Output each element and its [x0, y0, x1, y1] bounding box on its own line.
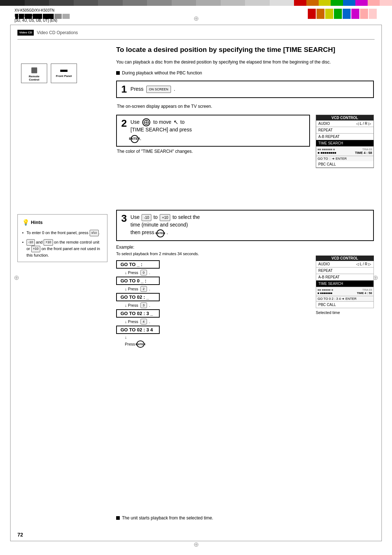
hints-text-1: To enter 0 on the front panel, press 0/1…: [26, 230, 100, 235]
step1-note: The on-screen display appears on the TV …: [117, 104, 374, 109]
bottom-crosshair: ⊕: [193, 540, 199, 548]
example-label: Example:: [116, 245, 310, 250]
color-block: [0, 0, 25, 6]
enter-label-1: ➜ ENTER: [332, 157, 347, 160]
goto-arrow-1: ↓ Press 0 .: [125, 270, 310, 276]
step3-box: 3 Use -10 to +10 to select thetime (minu…: [116, 210, 374, 241]
ab-repeat-row-2: A-B REPEAT: [316, 274, 373, 281]
step3-number: 3: [121, 213, 127, 224]
jog-dial-svg: [144, 120, 149, 125]
goto-arrow-4: ↓ Press 4 .: [125, 319, 310, 325]
audio-lr-1: ◁ L / R ▷: [356, 122, 371, 126]
color-block: [221, 0, 245, 6]
vcd-header-1: VCD CONTROL: [316, 115, 373, 121]
vcd-header-2: VCD CONTROL: [316, 256, 374, 261]
pbc-call-label-1: PBC CALL: [318, 162, 336, 166]
audio-row-2: AUDIO ◁ L / R ▷: [316, 261, 373, 268]
step1-content: Press ON SCREEN .: [131, 86, 175, 93]
press-key-4: 4: [140, 319, 147, 325]
section-label: Video CD Operations: [37, 30, 78, 35]
vcd-badge-area: Video CD Video CD Operations: [17, 30, 78, 36]
color-block-lightpink: [380, 0, 392, 6]
step2-text-area: 2 Use to move ↖ to[TIME SEARCH] a: [116, 115, 310, 168]
condition-text: During playback without the PBC function: [122, 70, 202, 76]
goto-label-5: GO TO 02 : 3 4: [116, 326, 160, 334]
step2-number: 2: [121, 118, 127, 128]
hints-title: Hints: [31, 219, 43, 226]
remote-icons-area: ▦ Remote Control ▬ Front Panel: [21, 64, 77, 83]
jog-dial-icon: [142, 118, 150, 126]
press-key-2: 2: [140, 286, 147, 292]
color-block: [196, 0, 221, 6]
goto-label-2: GO TO 0 _ :: [116, 277, 160, 285]
step2-text-use: Use: [131, 119, 140, 125]
section-rule: [17, 39, 375, 40]
final-note-bullet: [116, 516, 120, 520]
page-number: 72: [17, 532, 23, 538]
hints-text-2: -10 and +10 on the remote control unit o…: [26, 240, 100, 257]
goto-arrow-3: ↓ Press 3 .: [125, 302, 310, 308]
final-note-text: The unit starts playback from the select…: [122, 515, 213, 521]
region-code: [3U, 4U, US, UB, UT] (EN): [15, 18, 57, 23]
hints-box: 💡 Hints • To enter 0 on the front panel,…: [17, 214, 107, 262]
top-crosshair: ⊕: [193, 15, 199, 23]
time-search-label-1: TIME SEARCH: [318, 141, 343, 145]
repeat-label-1: REPEAT: [318, 128, 332, 132]
audio-row-1: AUDIO ◁ L / R ▷: [316, 121, 373, 127]
press-key-1: 0: [140, 270, 147, 276]
selected-time-label: Selected time: [316, 310, 374, 315]
goto-arrow-5: ↓: [125, 335, 310, 339]
press-key-3: 3: [140, 302, 147, 308]
step3-content: Use -10 to +10 to select thetime (minute…: [131, 213, 200, 237]
repeat-row-2: REPEAT: [316, 268, 373, 274]
goto-label-1: GO TO _ :: [116, 260, 160, 269]
left-crosshair: ⊕: [14, 274, 19, 282]
step3-left: Example: To select playback from 2 minut…: [116, 245, 310, 348]
enter-button-icon: ENTER: [131, 135, 139, 143]
step2-to: to move: [153, 119, 173, 125]
color-block-pink: [368, 0, 380, 6]
repeat-row-1: REPEAT: [316, 127, 373, 134]
cursor-icon: ↖: [173, 118, 178, 126]
description-text: You can playback a disc from the desired…: [116, 59, 374, 65]
color-block: [245, 0, 270, 6]
remote-control-icon-box: ▦ Remote Control: [21, 64, 47, 83]
example-desc: To select playback from 2 minutes 34 sec…: [116, 251, 310, 257]
audio-label-1: AUDIO: [318, 122, 330, 126]
front-panel-icon-box: ▬ Front Panel: [51, 64, 77, 83]
color-block: [123, 0, 147, 6]
goto-item-4: GO TO 02 : 3 _: [116, 309, 310, 318]
color-block-yellow: [319, 0, 331, 6]
step2-content: Use to move ↖ to[TIME SEARCH] and press: [131, 118, 192, 143]
color-block: [172, 0, 196, 6]
color-block-orange: [306, 0, 319, 6]
remote-label: Remote Control: [24, 75, 44, 81]
step1-box: 1 Press ON SCREEN .: [116, 81, 374, 98]
step2-area: 2 Use to move ↖ to[TIME SEARCH] a: [116, 115, 374, 168]
color-block-green: [331, 0, 343, 6]
minus10-btn: -10: [142, 214, 151, 221]
right-color-bar: [308, 9, 377, 19]
main-content: To locate a desired position by specifyi…: [116, 45, 374, 171]
onscreen-button-icon: ON SCREEN: [146, 86, 171, 93]
hints-item-1: • To enter 0 on the front panel, press 0…: [22, 230, 103, 236]
black-bar-pattern: [15, 14, 70, 19]
enter-btn-step3: ENTER: [156, 229, 164, 237]
vcd-goto-row-1: GO TO : ➜ ENTER: [316, 156, 373, 161]
enter-btn-goto: ENTER: [136, 340, 144, 348]
color-block-purple: [355, 0, 368, 6]
front-panel-symbol: ▬: [54, 65, 74, 74]
color-block: [74, 0, 98, 6]
vcd-goto-row-2: GO TO 0 2 : 3 4 ➜ ENTER: [316, 296, 373, 302]
vcd-badge: Video CD: [17, 30, 34, 36]
ab-repeat-label-1: A-B REPEAT: [318, 135, 340, 139]
goto-item-1: GO TO _ :: [116, 260, 310, 269]
color-block: [49, 0, 74, 6]
goto-label-4: GO TO 02 : 3 _: [116, 309, 160, 318]
bullet-icon: [116, 71, 120, 75]
color-block: [25, 0, 49, 6]
vcd-control-panel-2: VCD CONTROL AUDIO ◁ L / R ▷ REPEAT A-B R…: [316, 256, 374, 348]
goto-item-3: GO TO 02 : _: [116, 293, 310, 301]
goto-item-5: GO TO 02 : 3 4: [116, 326, 310, 334]
color-block: [98, 0, 123, 6]
